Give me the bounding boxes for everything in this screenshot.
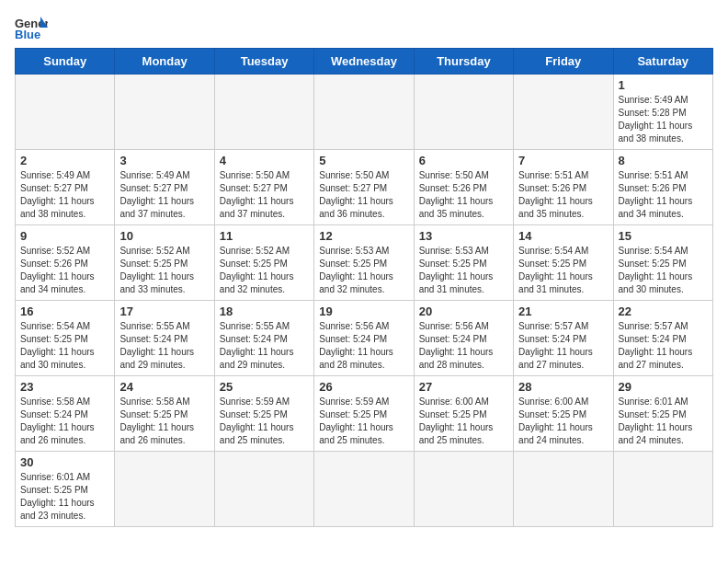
calendar-cell: 9Sunrise: 5:52 AM Sunset: 5:26 PM Daylig… <box>16 225 115 301</box>
calendar-cell <box>414 452 513 527</box>
calendar-cell: 1Sunrise: 5:49 AM Sunset: 5:28 PM Daylig… <box>613 75 712 150</box>
calendar-cell <box>514 452 613 527</box>
logo: General Blue <box>15 15 51 40</box>
day-number: 29 <box>619 380 708 394</box>
day-info: Sunrise: 5:56 AM Sunset: 5:24 PM Dayligh… <box>319 320 408 372</box>
day-info: Sunrise: 5:52 AM Sunset: 5:26 PM Dayligh… <box>20 245 109 296</box>
day-number: 14 <box>518 229 608 243</box>
day-info: Sunrise: 5:51 AM Sunset: 5:26 PM Dayligh… <box>518 169 608 221</box>
calendar-cell <box>214 75 313 150</box>
calendar-cell: 5Sunrise: 5:50 AM Sunset: 5:27 PM Daylig… <box>314 150 414 225</box>
day-info: Sunrise: 5:50 AM Sunset: 5:26 PM Dayligh… <box>419 169 508 221</box>
day-info: Sunrise: 5:54 AM Sunset: 5:25 PM Dayligh… <box>20 320 109 372</box>
header: General Blue <box>15 15 713 40</box>
day-number: 24 <box>119 380 209 394</box>
day-info: Sunrise: 5:52 AM Sunset: 5:25 PM Dayligh… <box>220 245 309 296</box>
calendar-cell <box>16 75 115 150</box>
logo-icon: General Blue <box>15 15 48 40</box>
day-number: 23 <box>20 380 109 394</box>
day-number: 16 <box>20 304 109 318</box>
weekday-header-friday: Friday <box>514 49 613 75</box>
weekday-header-saturday: Saturday <box>613 49 712 75</box>
day-info: Sunrise: 5:52 AM Sunset: 5:25 PM Dayligh… <box>119 245 209 296</box>
day-number: 15 <box>619 229 708 243</box>
day-number: 22 <box>619 304 708 318</box>
day-number: 30 <box>20 455 109 469</box>
day-info: Sunrise: 5:49 AM Sunset: 5:28 PM Dayligh… <box>619 94 708 145</box>
calendar-cell <box>414 75 513 150</box>
day-number: 2 <box>20 154 109 167</box>
calendar-cell: 30Sunrise: 6:01 AM Sunset: 5:25 PM Dayli… <box>16 452 115 527</box>
day-info: Sunrise: 6:00 AM Sunset: 5:25 PM Dayligh… <box>518 396 608 447</box>
day-info: Sunrise: 5:53 AM Sunset: 5:25 PM Dayligh… <box>419 245 508 296</box>
calendar-cell: 21Sunrise: 5:57 AM Sunset: 5:24 PM Dayli… <box>514 301 613 376</box>
calendar-cell: 29Sunrise: 6:01 AM Sunset: 5:25 PM Dayli… <box>613 376 712 452</box>
day-number: 26 <box>319 380 408 394</box>
calendar-cell <box>115 452 214 527</box>
week-row-5: 23Sunrise: 5:58 AM Sunset: 5:24 PM Dayli… <box>16 376 713 452</box>
day-number: 12 <box>319 229 408 243</box>
day-info: Sunrise: 5:49 AM Sunset: 5:27 PM Dayligh… <box>119 169 209 221</box>
day-number: 7 <box>518 154 608 167</box>
day-number: 8 <box>619 154 708 167</box>
day-info: Sunrise: 5:59 AM Sunset: 5:25 PM Dayligh… <box>319 396 408 447</box>
day-number: 27 <box>419 380 508 394</box>
day-info: Sunrise: 5:57 AM Sunset: 5:24 PM Dayligh… <box>518 320 608 372</box>
day-info: Sunrise: 6:01 AM Sunset: 5:25 PM Dayligh… <box>20 471 109 523</box>
calendar-cell: 27Sunrise: 6:00 AM Sunset: 5:25 PM Dayli… <box>414 376 513 452</box>
day-number: 21 <box>518 304 608 318</box>
calendar-cell: 20Sunrise: 5:56 AM Sunset: 5:24 PM Dayli… <box>414 301 513 376</box>
day-info: Sunrise: 5:58 AM Sunset: 5:24 PM Dayligh… <box>20 396 109 447</box>
calendar-cell: 7Sunrise: 5:51 AM Sunset: 5:26 PM Daylig… <box>514 150 613 225</box>
week-row-2: 2Sunrise: 5:49 AM Sunset: 5:27 PM Daylig… <box>16 150 713 225</box>
calendar-cell: 8Sunrise: 5:51 AM Sunset: 5:26 PM Daylig… <box>613 150 712 225</box>
calendar-cell: 11Sunrise: 5:52 AM Sunset: 5:25 PM Dayli… <box>214 225 313 301</box>
day-info: Sunrise: 5:50 AM Sunset: 5:27 PM Dayligh… <box>220 169 309 221</box>
day-number: 20 <box>419 304 508 318</box>
day-number: 9 <box>20 229 109 243</box>
day-info: Sunrise: 5:49 AM Sunset: 5:27 PM Dayligh… <box>20 169 109 221</box>
calendar-cell <box>314 452 414 527</box>
day-number: 19 <box>319 304 408 318</box>
day-info: Sunrise: 5:54 AM Sunset: 5:25 PM Dayligh… <box>518 245 608 296</box>
day-info: Sunrise: 5:56 AM Sunset: 5:24 PM Dayligh… <box>419 320 508 372</box>
calendar-cell: 17Sunrise: 5:55 AM Sunset: 5:24 PM Dayli… <box>115 301 214 376</box>
day-info: Sunrise: 5:57 AM Sunset: 5:24 PM Dayligh… <box>619 320 708 372</box>
calendar-cell: 3Sunrise: 5:49 AM Sunset: 5:27 PM Daylig… <box>115 150 214 225</box>
calendar-cell: 28Sunrise: 6:00 AM Sunset: 5:25 PM Dayli… <box>514 376 613 452</box>
day-number: 1 <box>619 78 708 92</box>
calendar-cell: 16Sunrise: 5:54 AM Sunset: 5:25 PM Dayli… <box>16 301 115 376</box>
day-number: 5 <box>319 154 408 167</box>
day-info: Sunrise: 5:59 AM Sunset: 5:25 PM Dayligh… <box>220 396 309 447</box>
calendar-cell <box>613 452 712 527</box>
weekday-header-wednesday: Wednesday <box>314 49 414 75</box>
day-info: Sunrise: 5:50 AM Sunset: 5:27 PM Dayligh… <box>319 169 408 221</box>
day-number: 28 <box>518 380 608 394</box>
calendar-cell: 4Sunrise: 5:50 AM Sunset: 5:27 PM Daylig… <box>214 150 313 225</box>
day-number: 25 <box>220 380 309 394</box>
calendar-cell: 13Sunrise: 5:53 AM Sunset: 5:25 PM Dayli… <box>414 225 513 301</box>
calendar-cell: 18Sunrise: 5:55 AM Sunset: 5:24 PM Dayli… <box>214 301 313 376</box>
day-info: Sunrise: 5:54 AM Sunset: 5:25 PM Dayligh… <box>619 245 708 296</box>
calendar-cell: 26Sunrise: 5:59 AM Sunset: 5:25 PM Dayli… <box>314 376 414 452</box>
day-info: Sunrise: 6:01 AM Sunset: 5:25 PM Dayligh… <box>619 396 708 447</box>
day-info: Sunrise: 5:55 AM Sunset: 5:24 PM Dayligh… <box>220 320 309 372</box>
calendar-cell: 12Sunrise: 5:53 AM Sunset: 5:25 PM Dayli… <box>314 225 414 301</box>
day-number: 18 <box>220 304 309 318</box>
calendar-cell: 15Sunrise: 5:54 AM Sunset: 5:25 PM Dayli… <box>613 225 712 301</box>
weekday-header-row: SundayMondayTuesdayWednesdayThursdayFrid… <box>16 49 713 75</box>
calendar-cell: 10Sunrise: 5:52 AM Sunset: 5:25 PM Dayli… <box>115 225 214 301</box>
week-row-3: 9Sunrise: 5:52 AM Sunset: 5:26 PM Daylig… <box>16 225 713 301</box>
calendar-cell <box>514 75 613 150</box>
weekday-header-monday: Monday <box>115 49 214 75</box>
week-row-1: 1Sunrise: 5:49 AM Sunset: 5:28 PM Daylig… <box>16 75 713 150</box>
calendar-cell <box>314 75 414 150</box>
week-row-4: 16Sunrise: 5:54 AM Sunset: 5:25 PM Dayli… <box>16 301 713 376</box>
day-info: Sunrise: 5:58 AM Sunset: 5:25 PM Dayligh… <box>119 396 209 447</box>
day-number: 17 <box>119 304 209 318</box>
calendar-cell: 23Sunrise: 5:58 AM Sunset: 5:24 PM Dayli… <box>16 376 115 452</box>
day-number: 13 <box>419 229 508 243</box>
weekday-header-thursday: Thursday <box>414 49 513 75</box>
calendar-cell: 19Sunrise: 5:56 AM Sunset: 5:24 PM Dayli… <box>314 301 414 376</box>
week-row-6: 30Sunrise: 6:01 AM Sunset: 5:25 PM Dayli… <box>16 452 713 527</box>
